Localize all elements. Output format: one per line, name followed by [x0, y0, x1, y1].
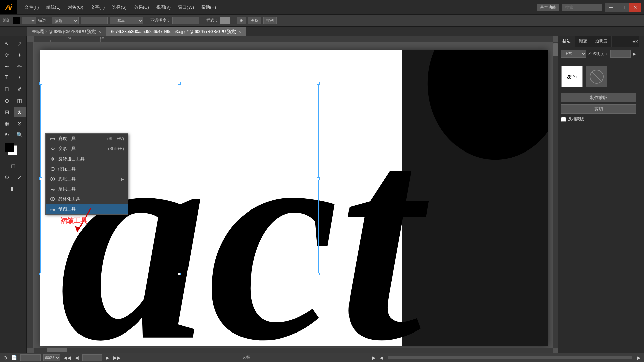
- stroke-input[interactable]: [81, 17, 108, 24]
- menu-object[interactable]: 对象(O): [65, 3, 87, 12]
- scrollbar-horizontal[interactable]: [34, 348, 553, 353]
- align-button[interactable]: ⊕: [237, 17, 246, 24]
- magic-wand-tool[interactable]: ✦: [14, 50, 26, 60]
- width-tool-icon: [50, 136, 56, 142]
- menu-help[interactable]: 帮助(H): [198, 3, 219, 12]
- extra-btn[interactable]: ◧: [7, 183, 19, 194]
- invert-mask-checkbox[interactable]: [561, 117, 566, 122]
- dropdown-item-width[interactable]: 宽度工具 (Shift+W): [46, 134, 128, 144]
- scroll-left-button[interactable]: ◀: [379, 355, 384, 360]
- panel-expand-button[interactable]: ✕: [635, 36, 639, 47]
- prev-page-button[interactable]: ◀◀: [63, 355, 72, 360]
- bloat-arrow-icon: ▶: [121, 177, 124, 182]
- clip-button[interactable]: 剪切: [561, 104, 636, 114]
- dropdown-item-pucker[interactable]: 缩拢工具: [46, 164, 128, 174]
- normal-mode[interactable]: ◻: [7, 160, 19, 171]
- layer-thumb[interactable]: a 4M↑: [561, 66, 583, 87]
- document-info-icon[interactable]: 📄: [11, 355, 18, 360]
- make-mask-button[interactable]: 制作蒙版: [561, 93, 636, 102]
- page-input[interactable]: 1: [82, 354, 102, 361]
- warp-tool[interactable]: ⊛: [14, 107, 26, 117]
- next-button[interactable]: ▶: [105, 355, 110, 360]
- add-anchor-tool[interactable]: ✏: [14, 61, 26, 72]
- menu-edit[interactable]: 编辑(E): [43, 3, 64, 12]
- stroke-type-select[interactable]: 描边: [52, 17, 79, 24]
- maximize-button[interactable]: □: [617, 3, 629, 12]
- mask-thumb[interactable]: [586, 66, 607, 87]
- arrange-button[interactable]: 排列: [263, 17, 277, 24]
- opacity-flyout-button[interactable]: ▶: [633, 51, 636, 56]
- blend-tool[interactable]: ⊞: [1, 107, 13, 117]
- opacity-value-input[interactable]: 100%: [610, 50, 631, 58]
- stroke-style-select[interactable]: — 基本: [110, 17, 143, 24]
- rotate-tool[interactable]: ↻: [1, 129, 13, 140]
- zoom-select[interactable]: 600%: [43, 354, 60, 361]
- opacity-label: 不透明度：: [150, 18, 170, 23]
- dropdown-item-scallop[interactable]: 扇贝工具: [46, 184, 128, 194]
- foreground-color-swatch[interactable]: [5, 143, 14, 152]
- paintbucket-tool[interactable]: ⊕: [1, 95, 13, 106]
- blend-mode-select[interactable]: 正常: [561, 50, 586, 58]
- scroll-right-button[interactable]: ▶: [636, 355, 641, 360]
- type-tool[interactable]: T: [1, 72, 13, 83]
- lasso-tool[interactable]: ⟳: [1, 50, 13, 60]
- panel-tabs: 描边 渐变 透明度 ≡ ✕: [558, 36, 639, 47]
- timeline-scroll[interactable]: [388, 356, 633, 359]
- pen-tool[interactable]: ✒: [1, 61, 13, 72]
- play-button[interactable]: ▶: [371, 355, 376, 360]
- dropdown-item-bloat[interactable]: 膨胀工具 ▶: [46, 174, 128, 184]
- style-swatch[interactable]: [220, 17, 230, 24]
- line-tool[interactable]: /: [14, 72, 26, 83]
- panel-menu-button[interactable]: ≡: [632, 36, 635, 47]
- scrollbar-vertical[interactable]: [553, 42, 558, 348]
- fill-swatch[interactable]: [13, 17, 20, 24]
- tab-jpg[interactable]: 6e74b33e53d0aa5d5256b47d49dc53a.jpg* @ 6…: [106, 27, 246, 36]
- menu-view[interactable]: 视图(V): [153, 3, 174, 12]
- tab-untitled[interactable]: 未标题-2 @ 98% (CMYK/GPU 预览) ✕: [27, 27, 106, 36]
- menu-effect[interactable]: 效果(C): [131, 3, 152, 12]
- menu-window[interactable]: 窗口(W): [175, 3, 197, 12]
- zoom-input[interactable]: 600%: [20, 354, 41, 361]
- dropdown-item-warp[interactable]: 变形工具 (Shift+R): [46, 144, 128, 154]
- invert-mask-row: 反相蒙版: [558, 116, 639, 122]
- panel-tab-stroke[interactable]: 描边: [558, 36, 575, 47]
- transform-button[interactable]: 变换: [248, 17, 261, 24]
- menu-select[interactable]: 选择(S): [109, 3, 130, 12]
- close-button[interactable]: ✕: [629, 3, 641, 12]
- zoom-tool[interactable]: 🔍: [14, 129, 26, 140]
- screen-mode[interactable]: ⊙: [1, 172, 13, 182]
- divider3: [233, 17, 233, 24]
- direct-select-tool[interactable]: ↗: [14, 38, 26, 49]
- svg-text:200: 200: [100, 37, 105, 40]
- select-tool[interactable]: ↖: [1, 38, 13, 49]
- no-mask-icon: [588, 68, 605, 85]
- color-area: [5, 143, 22, 158]
- artboard-tool[interactable]: ⤢: [14, 172, 26, 182]
- scallop-tool-icon: [50, 186, 56, 192]
- tool-row-rect: □ ✐: [1, 84, 26, 95]
- next-page-button[interactable]: ▶▶: [113, 355, 121, 360]
- panel-scrollbar[interactable]: [639, 36, 644, 353]
- menu-text[interactable]: 文字(T): [87, 3, 108, 12]
- panel-tab-transparency[interactable]: 透明度: [591, 36, 612, 47]
- search-input[interactable]: [562, 4, 602, 11]
- column-graph-tool[interactable]: ▦: [1, 118, 13, 129]
- opacity-input[interactable]: 100%: [172, 17, 199, 24]
- artboard-icon[interactable]: ⊙: [3, 355, 8, 360]
- stroke-select[interactable]: —: [22, 17, 36, 24]
- symbol-tool[interactable]: ⊙: [14, 118, 26, 129]
- rect-tool[interactable]: □: [1, 84, 13, 95]
- menu-file[interactable]: 文件(F): [21, 3, 42, 12]
- gradient-tool[interactable]: ◫: [14, 95, 26, 106]
- prev-button[interactable]: ◀: [74, 355, 79, 360]
- tab-close-untitled[interactable]: ✕: [98, 30, 101, 34]
- tool-row-blend: ⊞ ⊛: [1, 107, 26, 117]
- dropdown-item-crystallize[interactable]: 晶格化工具: [46, 194, 128, 204]
- panel-tab-gradient[interactable]: 渐变: [575, 36, 591, 47]
- pencil-tool[interactable]: ✐: [14, 84, 26, 95]
- tab-close-jpg[interactable]: ✕: [238, 30, 241, 34]
- workspace-button[interactable]: 基本功能: [537, 4, 559, 11]
- dropdown-item-twist[interactable]: 旋转扭曲工具: [46, 154, 128, 164]
- minimize-button[interactable]: ─: [605, 3, 617, 12]
- tool-row-lasso: ⟳ ✦: [1, 50, 26, 60]
